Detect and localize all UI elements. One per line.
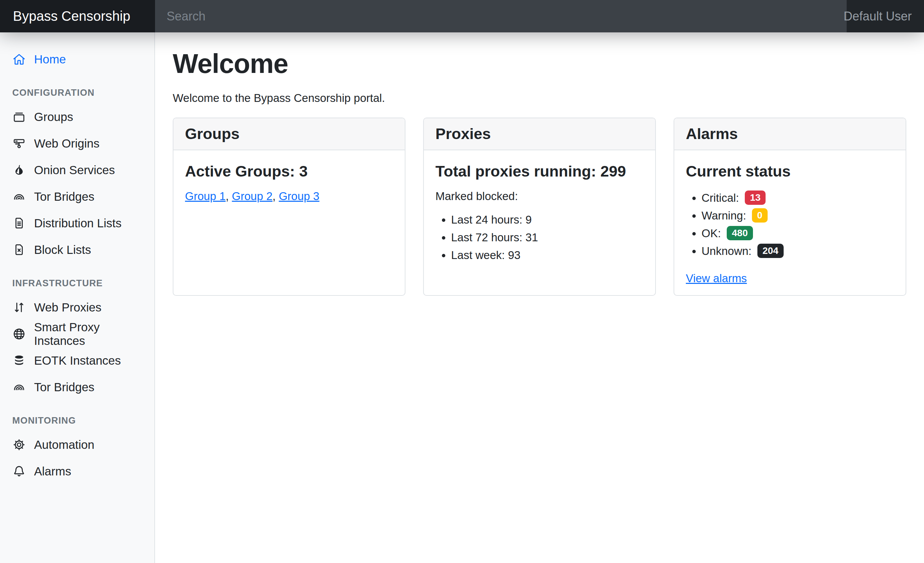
list-item: Warning: 0 — [702, 207, 894, 224]
sidebar-item-label: Groups — [34, 110, 73, 124]
alarms-card: Alarms Current status Critical: 13 Warni… — [674, 117, 906, 296]
group-2-link[interactable]: Group 2 — [232, 190, 273, 203]
app-brand[interactable]: Bypass Censorship — [0, 0, 155, 32]
sidebar: Home CONFIGURATION Groups Web Origins — [0, 32, 155, 563]
sidebar-item-groups[interactable]: Groups — [0, 104, 154, 130]
group-links: Group 1, Group 2, Group 3 — [185, 190, 393, 203]
user-menu[interactable]: Default User — [847, 0, 924, 32]
proxies-card: Proxies Total proxies running: 299 Marke… — [423, 117, 656, 296]
sidebar-item-label: Alarms — [34, 464, 71, 478]
sidebar-section-infrastructure: INFRASTRUCTURE Web Proxies Smart Proxy I… — [0, 278, 154, 401]
total-proxies-heading: Total proxies running: 299 — [435, 162, 644, 180]
sidebar-item-onion-services[interactable]: Onion Services — [0, 157, 154, 183]
blocked-proxies-list: Last 24 hours: 9 Last 72 hours: 31 Last … — [435, 212, 644, 265]
sidebar-item-tor-bridges-infra[interactable]: Tor Bridges — [0, 374, 154, 401]
marked-blocked-label: Marked blocked: — [435, 190, 644, 203]
sidebar-item-label: Tor Bridges — [34, 380, 94, 394]
group-3-link[interactable]: Group 3 — [279, 190, 319, 203]
sidebar-item-tor-bridges[interactable]: Tor Bridges — [0, 183, 154, 210]
current-status-heading: Current status — [686, 162, 894, 180]
critical-label: Critical: — [702, 192, 739, 204]
list-item: Critical: 13 — [702, 190, 894, 206]
sidebar-item-label: Automation — [34, 438, 94, 452]
bell-icon — [12, 464, 26, 478]
onion-icon — [12, 163, 26, 177]
sidebar-item-distribution-lists[interactable]: Distribution Lists — [0, 210, 154, 237]
proxies-card-title: Proxies — [424, 118, 655, 150]
sidebar-item-label: Block Lists — [34, 243, 91, 257]
list-item: OK: 480 — [702, 225, 894, 242]
separator: , — [225, 190, 232, 203]
sidebar-section-configuration: CONFIGURATION Groups Web Origins Onion S… — [0, 88, 154, 263]
active-groups-heading: Active Groups: 3 — [185, 162, 393, 180]
sidebar-item-label: Smart Proxy Instances — [34, 320, 142, 348]
page-subtitle: Welcome to the Bypass Censorship portal. — [173, 92, 906, 105]
sidebar-item-home[interactable]: Home — [0, 46, 154, 73]
sidebar-item-web-origins[interactable]: Web Origins — [0, 130, 154, 157]
alarms-card-title: Alarms — [674, 118, 906, 150]
sidebar-item-alarms[interactable]: Alarms — [0, 458, 154, 485]
ok-badge: 480 — [727, 226, 753, 240]
groups-card-title: Groups — [173, 118, 405, 150]
list-item: Last 24 hours: 9 — [451, 212, 644, 228]
view-alarms-link[interactable]: View alarms — [686, 272, 747, 285]
list-item: Unknown: 204 — [702, 243, 894, 259]
page-title: Welcome — [173, 48, 906, 80]
critical-badge: 13 — [745, 191, 766, 205]
collection-icon — [12, 110, 26, 124]
alarm-status-list: Critical: 13 Warning: 0 OK: 480 Unknow — [686, 190, 894, 260]
gear-icon — [12, 438, 26, 452]
group-1-link[interactable]: Group 1 — [185, 190, 225, 203]
arrow-down-up-icon — [12, 300, 26, 314]
sidebar-section-monitoring: MONITORING Automation Alarms — [0, 416, 154, 485]
rainbow-icon — [12, 380, 26, 394]
sidebar-item-label: Web Proxies — [34, 300, 102, 314]
server-network-icon — [12, 137, 26, 150]
warning-label: Warning: — [702, 209, 746, 222]
warning-badge: 0 — [752, 208, 768, 222]
groups-card: Groups Active Groups: 3 Group 1, Group 2… — [173, 117, 405, 296]
sidebar-section-title: INFRASTRUCTURE — [0, 278, 154, 289]
sidebar-section-title: MONITORING — [0, 416, 154, 426]
main-content: Welcome Welcome to the Bypass Censorship… — [155, 32, 924, 563]
sidebar-item-label: Onion Services — [34, 163, 115, 177]
sidebar-item-label: Tor Bridges — [34, 190, 94, 203]
house-icon — [12, 53, 26, 66]
list-item: Last 72 hours: 31 — [451, 229, 644, 246]
sidebar-section-title: CONFIGURATION — [0, 88, 154, 98]
sidebar-item-label: Home — [34, 53, 66, 66]
sidebar-item-web-proxies[interactable]: Web Proxies — [0, 294, 154, 321]
sidebar-item-label: Distribution Lists — [34, 216, 122, 230]
globe-icon — [12, 327, 26, 341]
sidebar-item-smart-proxy-instances[interactable]: Smart Proxy Instances — [0, 321, 154, 347]
list-item: Last week: 93 — [451, 247, 644, 263]
sidebar-item-automation[interactable]: Automation — [0, 431, 154, 458]
sidebar-item-label: Web Origins — [34, 137, 99, 150]
summary-cards: Groups Active Groups: 3 Group 1, Group 2… — [173, 117, 906, 296]
database-icon — [12, 354, 26, 367]
sidebar-item-block-lists[interactable]: Block Lists — [0, 237, 154, 263]
sidebar-item-label: EOTK Instances — [34, 354, 121, 367]
top-navbar: Bypass Censorship Default User — [0, 0, 924, 32]
ok-label: OK: — [702, 227, 721, 240]
file-x-icon — [12, 243, 26, 257]
file-text-icon — [12, 216, 26, 230]
sidebar-item-eotk-instances[interactable]: EOTK Instances — [0, 347, 154, 374]
unknown-label: Unknown: — [702, 245, 752, 257]
unknown-badge: 204 — [758, 244, 784, 258]
separator: , — [273, 190, 279, 203]
search-input[interactable] — [155, 0, 847, 32]
rainbow-icon — [12, 190, 26, 203]
